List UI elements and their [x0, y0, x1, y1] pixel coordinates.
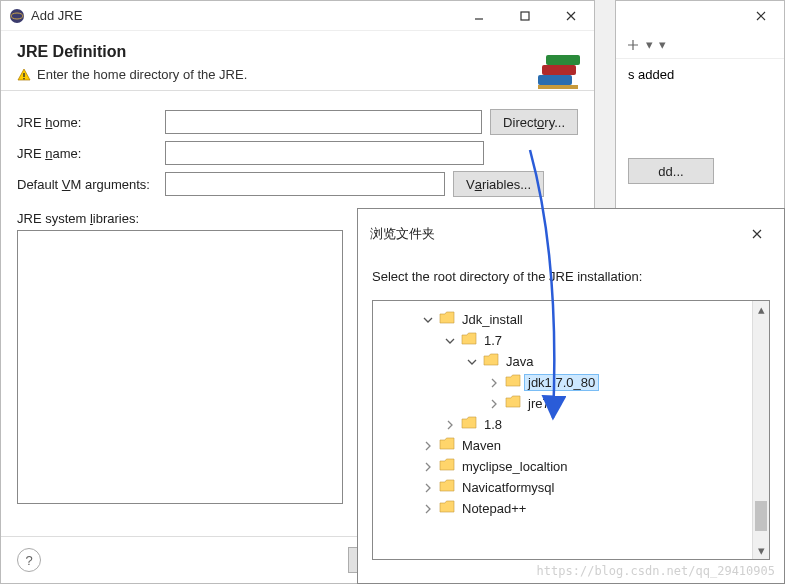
browse-close-button[interactable] [742, 219, 772, 249]
folder-icon [439, 500, 455, 517]
added-text: s added [628, 67, 772, 82]
tree-item-label: Notepad++ [459, 501, 529, 516]
tree-item-label: jdk1.7.0_80 [525, 375, 598, 390]
tree-item[interactable]: Java [377, 351, 765, 372]
titlebar: Add JRE [1, 1, 594, 31]
svg-rect-4 [23, 78, 24, 79]
folder-icon [461, 332, 477, 349]
tree-item-label: 1.8 [481, 417, 505, 432]
browse-folder-dialog: 浏览文件夹 Select the root directory of the J… [357, 208, 785, 584]
default-vm-label: Default VM arguments: [17, 177, 157, 192]
chevron-right-icon[interactable] [421, 502, 435, 516]
jre-home-label: JRE home: [17, 115, 157, 130]
default-vm-input[interactable] [165, 172, 445, 196]
books-icon [534, 55, 584, 99]
tree-item[interactable]: Jdk_install [377, 309, 765, 330]
jre-home-input[interactable] [165, 110, 482, 134]
jre-name-label: JRE name: [17, 146, 157, 161]
tree-item[interactable]: Maven [377, 435, 765, 456]
dialog-header: JRE Definition Enter the home directory … [1, 31, 594, 90]
help-button[interactable]: ? [17, 548, 41, 572]
tree-item[interactable]: jdk1.7.0_80 [377, 372, 765, 393]
folder-icon [483, 353, 499, 370]
tree-item-label: Maven [459, 438, 504, 453]
header-title: JRE Definition [17, 43, 578, 61]
header-subtitle: Enter the home directory of the JRE. [37, 67, 247, 82]
chevron-right-icon[interactable] [421, 460, 435, 474]
svg-rect-2 [521, 12, 529, 20]
tree-item[interactable]: 1.8 [377, 414, 765, 435]
chevron-right-icon[interactable] [421, 481, 435, 495]
chevron-down-icon[interactable] [421, 313, 435, 327]
eclipse-icon [9, 8, 25, 24]
maximize-button[interactable] [502, 1, 548, 31]
tree-item[interactable]: myclipse_localtion [377, 456, 765, 477]
folder-icon [439, 479, 455, 496]
collapse-icon[interactable] [626, 38, 640, 52]
tree-item-label: 1.7 [481, 333, 505, 348]
close-button[interactable] [548, 1, 594, 31]
background-panel: ▾ ▾ s added dd... [615, 0, 785, 210]
browse-instruction: Select the root directory of the JRE ins… [358, 259, 784, 290]
tree-item-label: myclipse_localtion [459, 459, 571, 474]
svg-point-0 [10, 9, 24, 23]
tree-item-label: Jdk_install [459, 312, 526, 327]
chevron-right-icon[interactable] [487, 397, 501, 411]
form-area: JRE home: Directory... JRE name: Default… [1, 101, 594, 211]
folder-icon [461, 416, 477, 433]
svg-rect-8 [538, 85, 578, 89]
scroll-up-icon[interactable]: ▴ [753, 301, 769, 318]
chevron-down-icon[interactable] [443, 334, 457, 348]
svg-rect-7 [546, 55, 580, 65]
system-libraries-list[interactable] [17, 230, 343, 504]
chevron-right-icon[interactable] [487, 376, 501, 390]
folder-icon [439, 458, 455, 475]
tree-item-label: jre7 [525, 396, 553, 411]
variables-button[interactable]: Variables... [453, 171, 544, 197]
tree-item-label: Java [503, 354, 536, 369]
directory-button[interactable]: Directory... [490, 109, 578, 135]
folder-icon [505, 374, 521, 391]
jre-name-input[interactable] [165, 141, 484, 165]
folder-tree[interactable]: Jdk_install1.7Javajdk1.7.0_80jre71.8Mave… [372, 300, 770, 560]
tree-item-label: Navicatformysql [459, 480, 557, 495]
svg-rect-5 [538, 75, 572, 85]
window-title: Add JRE [31, 8, 456, 23]
svg-rect-6 [542, 65, 576, 75]
scrollbar-vertical[interactable]: ▴ ▾ [752, 301, 769, 559]
chevron-right-icon[interactable] [421, 439, 435, 453]
folder-icon [439, 311, 455, 328]
tree-item[interactable]: jre7 [377, 393, 765, 414]
minimize-button[interactable] [456, 1, 502, 31]
folder-icon [505, 395, 521, 412]
warning-icon [17, 68, 31, 82]
scroll-down-icon[interactable]: ▾ [753, 542, 769, 559]
close-icon[interactable] [738, 1, 784, 31]
tree-item[interactable]: Notepad++ [377, 498, 765, 519]
behind-dd-button[interactable]: dd... [628, 158, 714, 184]
tree-item[interactable]: Navicatformysql [377, 477, 765, 498]
folder-icon [439, 437, 455, 454]
svg-rect-3 [23, 73, 24, 77]
scroll-thumb[interactable] [755, 501, 767, 531]
chevron-down-icon[interactable] [465, 355, 479, 369]
tree-item[interactable]: 1.7 [377, 330, 765, 351]
chevron-right-icon[interactable] [443, 418, 457, 432]
browse-title: 浏览文件夹 [370, 225, 435, 243]
